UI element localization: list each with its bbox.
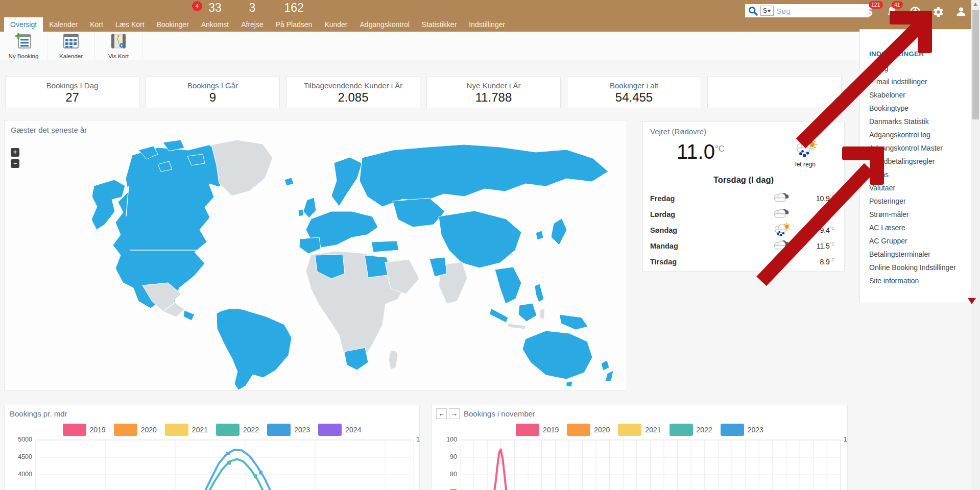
- toolbar-button-vis-kort[interactable]: xVis Kort: [95, 32, 142, 60]
- map-country-visited[interactable]: [490, 308, 508, 323]
- rain-sun-icon: [792, 139, 819, 160]
- settings-item-online-booking-indstillinger[interactable]: Online Booking Indstillinger: [869, 261, 971, 274]
- map-country-visited[interactable]: [298, 209, 304, 216]
- lifebuoy-icon[interactable]: [909, 5, 922, 18]
- current-weather: let regn: [792, 139, 819, 168]
- map-country-visited[interactable]: [559, 314, 588, 330]
- map-country-visited[interactable]: [522, 331, 592, 379]
- tab-kort[interactable]: Kort: [84, 0, 109, 32]
- svg-text:x: x: [117, 34, 119, 38]
- page-scrollbar[interactable]: [971, 0, 980, 490]
- map-country-visited[interactable]: [299, 237, 321, 254]
- clouds-icon: [764, 238, 797, 254]
- map-country-visited[interactable]: [495, 267, 521, 304]
- y-axis-tick: 4000: [12, 471, 32, 478]
- settings-item-str-m-m-ler[interactable]: Strøm-måler: [869, 208, 971, 221]
- notification-badge: 41: [892, 1, 903, 9]
- map-country-visited[interactable]: [331, 157, 362, 206]
- map-country-visited[interactable]: [284, 178, 294, 186]
- settings-menu: INDSTILLINGER SprogE-mail indstillingerS…: [859, 29, 971, 303]
- map-icon: x: [109, 32, 128, 52]
- clouds-icon: [764, 207, 797, 222]
- search-scope-select[interactable]: S: [760, 6, 774, 16]
- forecast-row-mandag: Mandag11.5°C: [650, 238, 835, 254]
- map-country-visited[interactable]: [371, 241, 399, 252]
- tab-indstillinger[interactable]: Indstillinger: [463, 0, 511, 32]
- toolbar-button-ny-booking[interactable]: Ny Booking: [0, 32, 47, 60]
- tab-label: Kalender: [43, 17, 84, 32]
- rain-sun-icon: [764, 254, 797, 270]
- tab-oversigt[interactable]: Oversigt: [4, 0, 43, 32]
- map-country-visited[interactable]: [393, 198, 445, 227]
- map-country-visited[interactable]: [518, 303, 537, 322]
- settings-item-danmarks-statistik[interactable]: Danmarks Statistik: [869, 115, 971, 128]
- scrollbar-thumb[interactable]: [972, 10, 979, 119]
- stat-card-value: 54.455: [567, 90, 701, 105]
- map-country-visited[interactable]: [217, 308, 292, 390]
- map-country-visited[interactable]: [303, 198, 316, 218]
- tab-statistikker[interactable]: Statistikker: [416, 0, 463, 32]
- toolbar-button-label: Vis Kort: [108, 53, 129, 59]
- settings-item-skabeloner[interactable]: Skabeloner: [869, 88, 971, 102]
- settings-item-bookingtype[interactable]: Bookingtype: [869, 102, 971, 115]
- map-country-visited[interactable]: [344, 348, 368, 370]
- map-country-visited[interactable]: [183, 310, 195, 321]
- settings-item-adgangskontrol-master[interactable]: Adgangskontrol Master: [869, 141, 971, 155]
- map-country-visited[interactable]: [601, 360, 609, 371]
- x-axis-end-label: 1: [844, 436, 847, 443]
- settings-item-ac-grupper[interactable]: AC Grupper: [869, 234, 971, 248]
- y-axis-tick: 90: [437, 453, 457, 460]
- stat-card-value: 11.788: [427, 90, 560, 105]
- map-country-visited[interactable]: [566, 381, 572, 387]
- y-axis-tick: 80: [437, 471, 457, 478]
- bell-icon[interactable]: 41: [886, 5, 899, 18]
- settings-item-valutaer[interactable]: Valutaer: [869, 181, 971, 194]
- global-search: S: [745, 4, 869, 17]
- settings-item-ac-l-sere[interactable]: AC Læsere: [869, 221, 971, 234]
- map-country-other[interactable]: [389, 350, 398, 370]
- settings-item-adgangskontrol-log[interactable]: Adgangskontrol log: [869, 128, 971, 141]
- y-axis-tick: 5000: [12, 436, 32, 443]
- tab-bookinger[interactable]: Bookinger: [151, 0, 195, 32]
- map-country-other[interactable]: [540, 308, 545, 320]
- map-country-visited[interactable]: [605, 371, 613, 382]
- user-icon[interactable]: [954, 5, 968, 18]
- settings-item-sprog[interactable]: Sprog: [869, 62, 971, 75]
- map-country-visited[interactable]: [439, 211, 521, 268]
- map-country-visited[interactable]: [536, 231, 543, 240]
- tab-ankomst[interactable]: 33Ankomst4: [195, 0, 235, 32]
- forecast-temp: 10.°C: [797, 210, 835, 218]
- toolbar-button-kalender[interactable]: Kalender: [47, 32, 95, 60]
- scroll-up-icon[interactable]: [973, 3, 977, 6]
- settings-item-forudbetalingsregler[interactable]: Forudbetalingsregler: [869, 155, 971, 168]
- map-country-visited[interactable]: [429, 257, 447, 277]
- tab-afrejse[interactable]: 3Afrejse: [235, 0, 270, 32]
- settings-item-moms[interactable]: Moms: [869, 168, 971, 181]
- rain-sun-icon: [764, 223, 797, 238]
- currency-icon[interactable]: $121: [863, 5, 876, 18]
- tab-count: 3: [249, 0, 256, 17]
- tab-kalender[interactable]: Kalender: [43, 0, 84, 32]
- map-country-visited[interactable]: [360, 144, 608, 207]
- stat-card-bookinger-i-alt: Bookinger i alt54.455: [567, 77, 701, 108]
- map-country-visited[interactable]: [551, 218, 567, 245]
- settings-item-site-information[interactable]: Site information: [869, 274, 971, 287]
- tab-l-s-kort[interactable]: Læs Kort: [109, 0, 151, 32]
- settings-item-e-mail-indstillinger[interactable]: E-mail indstillinger: [869, 75, 971, 88]
- forecast-temp: 9.4°C: [797, 226, 835, 234]
- data-point-marker: [226, 452, 230, 455]
- stat-card-title: Tilbagevendende Kunder i År: [286, 81, 420, 90]
- settings-item-posteringer[interactable]: Posteringer: [869, 194, 971, 208]
- settings-item-betalingsterminaler[interactable]: Betalingsterminaler: [869, 248, 971, 261]
- gear-icon[interactable]: [931, 5, 945, 18]
- tab-p-pladsen[interactable]: 162På Pladsen: [270, 0, 319, 32]
- tab-adgangskontrol[interactable]: Adgangskontrol: [354, 0, 416, 32]
- map-country-other[interactable]: [211, 140, 273, 196]
- top-navigation-bar: OversigtKalenderKortLæs KortBookinger33A…: [0, 0, 980, 32]
- weather-condition: let regn: [792, 161, 819, 168]
- map-country-visited[interactable]: [535, 284, 544, 302]
- tab-kunder[interactable]: Kunder: [318, 0, 353, 32]
- map-country-other[interactable]: [508, 324, 525, 329]
- tab-label: Oversigt: [4, 17, 43, 32]
- world-map[interactable]: [5, 135, 627, 390]
